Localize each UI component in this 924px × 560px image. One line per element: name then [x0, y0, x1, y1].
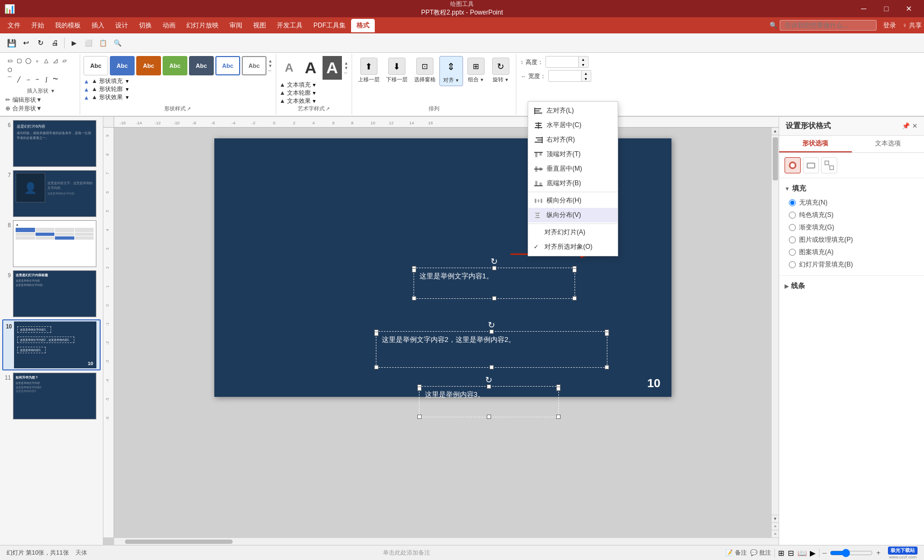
handle-mr-1[interactable]	[572, 268, 577, 272]
shape-icon-btn[interactable]	[803, 157, 819, 173]
slide-thumb-item-9[interactable]: 9 这里是幻灯片内容标题 这里是举例文字内容 这里是举例的文字内容。	[2, 269, 101, 318]
edit-shape-icon[interactable]: ✏	[5, 96, 10, 103]
rotate-handle-3[interactable]: ↻	[485, 376, 493, 383]
shape-rtriangle[interactable]: ◿	[51, 56, 60, 65]
fill-radio-gradient[interactable]: 渐变填充(G)	[789, 221, 914, 234]
distribute-v-item[interactable]: 纵向分布(V)	[528, 208, 618, 222]
v-scroll-up[interactable]: ▲	[772, 128, 779, 135]
fill-section-header[interactable]: ▼ 填充	[785, 181, 919, 195]
style-item-4[interactable]: Abc	[163, 56, 187, 75]
slide-thumb-item-6[interactable]: 6 这是幻灯片6内容 成功经验，成就卓越领导者的必备条件，是每一位领导者的必备要…	[2, 119, 101, 168]
save-btn[interactable]: 💾	[4, 36, 18, 50]
v-scrollbar[interactable]: ▲ ▼ ≡ ≡	[771, 128, 779, 537]
height-up[interactable]: ▲	[579, 57, 587, 62]
handle-ml-1[interactable]	[412, 268, 416, 272]
style-item-7[interactable]: Abc	[242, 56, 267, 75]
shape-rect[interactable]: ▭	[5, 56, 14, 65]
style-item-2[interactable]: Abc	[110, 56, 135, 75]
menu-item-slideshow[interactable]: 幻灯片放映	[181, 19, 224, 32]
menu-item-pdf[interactable]: PDF工具集	[308, 19, 351, 32]
art-a2[interactable]: A	[301, 56, 320, 80]
v-scroll-thumb[interactable]	[773, 137, 778, 180]
tb-btn1[interactable]: ▶	[67, 36, 81, 50]
handle-ml-3[interactable]	[417, 387, 422, 391]
fill-radio-picture[interactable]: 图片或纹理填充(P)	[789, 234, 914, 246]
shape-circle[interactable]: ◯	[24, 56, 32, 65]
rotate-handle-2[interactable]: ↻	[488, 321, 495, 328]
menu-item-devtools[interactable]: 开发工具	[271, 19, 308, 32]
fill-radio-solid-input[interactable]	[789, 212, 796, 219]
fill-radio-slidebg[interactable]: 幻灯片背景填充(B)	[789, 258, 914, 271]
quick-print-btn[interactable]: 🖨	[48, 36, 62, 50]
line-section-header[interactable]: ▶ 线条	[785, 279, 919, 293]
handle-br-2[interactable]	[605, 365, 609, 369]
shape-effect-label[interactable]: ▲ 形状效果	[92, 93, 123, 101]
style-item-3[interactable]: Abc	[136, 56, 161, 75]
handle-br-1[interactable]	[572, 296, 577, 300]
handle-mr-3[interactable]	[556, 387, 561, 391]
shape-line[interactable]: ╱	[15, 75, 23, 83]
text-outline-dropdown[interactable]: ▼	[312, 90, 317, 96]
edit-shape-label[interactable]: 编辑形状▼	[12, 96, 42, 104]
edit-shapes-dropdown[interactable]: ▼	[51, 88, 55, 94]
height-input[interactable]	[546, 57, 578, 67]
fill-radio-pattern-input[interactable]	[789, 249, 796, 256]
fill-radio-none-input[interactable]	[789, 199, 796, 206]
handle-bl-1[interactable]	[412, 296, 416, 300]
align-center-h-item[interactable]: 水平居中(C)	[528, 118, 618, 132]
handle-tc-3[interactable]	[487, 384, 491, 389]
handle-tc-1[interactable]	[492, 266, 496, 270]
tab-shape-options[interactable]: 形状选项	[779, 136, 852, 152]
shape-para[interactable]: ▱	[60, 56, 69, 65]
menu-item-mytemplate[interactable]: 我的模板	[50, 19, 86, 32]
handle-bc-3[interactable]	[487, 415, 491, 419]
text-box-1[interactable]: ↻ 这里是举例文字内容1。	[414, 268, 575, 299]
fill-radio-solid[interactable]: 纯色填充(S)	[789, 209, 914, 221]
align-right-item[interactable]: 右对齐(R)	[528, 132, 618, 147]
handle-bc-1[interactable]	[492, 296, 496, 300]
art-a3[interactable]: A	[323, 56, 342, 80]
tb-btn4[interactable]: 🔍	[110, 36, 124, 50]
handle-br-3[interactable]	[556, 415, 561, 419]
menu-item-review[interactable]: 审阅	[224, 19, 248, 32]
align-btn[interactable]: ⇕ 对齐▼	[439, 56, 463, 86]
view-slideshow[interactable]: ▶	[810, 549, 816, 557]
distribute-h-item[interactable]: 横向分布(H)	[528, 193, 618, 208]
align-top-item[interactable]: 顶端对齐(T)	[528, 147, 618, 162]
restore-btn[interactable]: □	[876, 1, 897, 16]
fill-icon-btn[interactable]	[785, 157, 801, 173]
handle-mr-2[interactable]	[605, 332, 609, 336]
handle-bl-3[interactable]	[417, 415, 422, 419]
width-input[interactable]	[549, 71, 581, 81]
align-to-selection-item[interactable]: ✓ 对齐所选对象(O)	[528, 240, 618, 254]
fill-radio-picture-input[interactable]	[789, 236, 796, 243]
shape-fill-dropdown[interactable]: ▼	[125, 79, 130, 84]
menu-item-format[interactable]: 格式	[351, 19, 375, 32]
close-btn[interactable]: ✕	[898, 1, 920, 16]
handle-ml-2[interactable]	[374, 332, 379, 336]
text-effect-label[interactable]: ▲ 文本效果	[279, 97, 311, 105]
menu-item-transition[interactable]: 切换	[134, 19, 157, 32]
v-scroll-btn1[interactable]: ≡	[772, 522, 779, 530]
undo-btn[interactable]: ↩	[19, 36, 33, 50]
height-down[interactable]: ▼	[579, 62, 587, 67]
notes-btn[interactable]: 📝 备注	[725, 549, 746, 557]
shape-arrow-line[interactable]: →	[24, 75, 32, 83]
v-scroll-up2[interactable]: ▼	[772, 515, 779, 522]
v-scroll-btn2[interactable]: ≡	[772, 530, 779, 537]
login-btn[interactable]: 登录	[883, 21, 896, 30]
shape-roundrect[interactable]: ▢	[15, 56, 23, 65]
shape-triangle[interactable]: △	[42, 56, 51, 65]
width-down[interactable]: ▼	[582, 76, 590, 81]
zoom-slider[interactable]	[830, 549, 873, 557]
style-item-6[interactable]: Abc	[215, 56, 240, 75]
text-fill-label[interactable]: ▲ 文本填充	[279, 81, 311, 89]
handle-bl-2[interactable]	[374, 365, 379, 369]
slide-thumb-item-8[interactable]: 8 ▲	[2, 219, 101, 268]
align-left-item[interactable]: 左对齐(L)	[528, 103, 618, 118]
slide-thumb-item-7[interactable]: 7 👤 这里是内容文字，这里是举例的文字内容。 这里是举例的文字内容。	[2, 169, 101, 218]
menu-item-view[interactable]: 视图	[248, 19, 271, 32]
art-text-more-btn[interactable]: ▲▼─	[344, 61, 348, 75]
shape-effect-dropdown[interactable]: ▼	[125, 95, 130, 100]
shape-curve[interactable]: ⌢	[33, 75, 41, 83]
